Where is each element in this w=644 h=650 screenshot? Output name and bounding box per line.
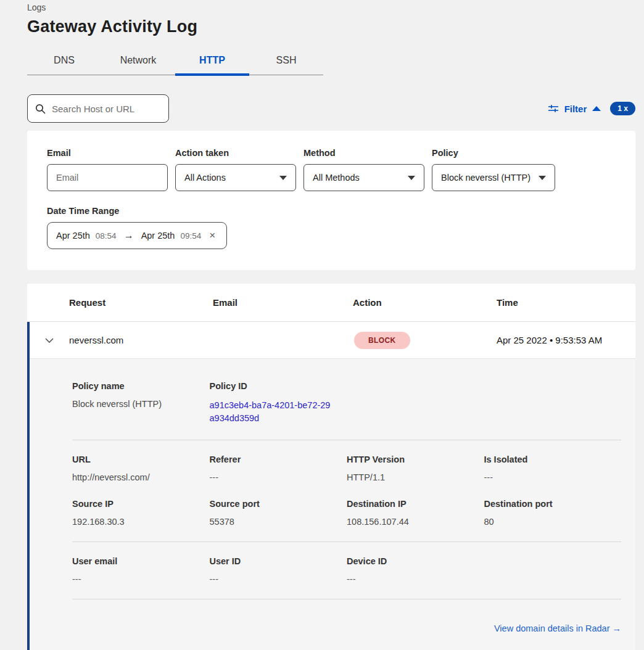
- filter-count-badge[interactable]: 1 x: [610, 102, 635, 115]
- device-id-value: ---: [347, 574, 484, 584]
- filter-field-action-taken: Action taken All Actions: [175, 148, 296, 191]
- http-version-value: HTTP/1.1: [347, 472, 484, 482]
- clear-date-icon[interactable]: ×: [209, 229, 215, 242]
- source-ip-value: 192.168.30.3: [72, 517, 210, 527]
- expanded-row-group: neverssl.com BLOCK Apr 25 2022 • 9:53:53…: [27, 322, 635, 650]
- chevron-down-icon: [279, 176, 287, 180]
- end-date: Apr 25th: [141, 231, 175, 241]
- start-time: 08:54: [96, 231, 117, 241]
- col-action: Action: [353, 297, 497, 308]
- activity-table: Request Email Action Time neverssl.com B…: [27, 284, 635, 650]
- filter-toggle-label[interactable]: Filter: [564, 104, 587, 114]
- search-box[interactable]: [27, 94, 169, 123]
- date-range-label: Date Time Range: [47, 206, 227, 216]
- arrow-right-icon: →: [124, 230, 134, 241]
- chevron-down-icon: [539, 176, 546, 180]
- method-label: Method: [303, 148, 424, 158]
- is-isolated-label: Is Isolated: [484, 455, 622, 464]
- destination-port-label: Destination port: [484, 499, 622, 509]
- policy-id-field: Policy ID a91c3eb4-ba7a-4201-be72-29a934…: [210, 381, 347, 425]
- http-detail-row-2: Source IP 192.168.30.3 Source port 55378…: [72, 499, 621, 527]
- policy-section: Policy name Block neverssl (HTTP) Policy…: [72, 381, 621, 425]
- method-select[interactable]: All Methods: [303, 164, 424, 191]
- row-expander-chevron-icon[interactable]: [44, 337, 54, 344]
- section-divider: [72, 541, 621, 542]
- filter-row-2: Date Time Range Apr 25th 08:54 → Apr 25t…: [47, 206, 616, 249]
- tab-network[interactable]: Network: [101, 49, 175, 75]
- referer-value: ---: [210, 472, 347, 482]
- request-cell[interactable]: neverssl.com: [69, 335, 213, 345]
- destination-port-value: 80: [484, 517, 622, 527]
- filter-controls[interactable]: Filter 1 x: [548, 102, 635, 115]
- empty-cell: [347, 381, 484, 425]
- method-value: All Methods: [313, 173, 360, 183]
- date-range-picker[interactable]: Apr 25th 08:54 → Apr 25th 09:54 ×: [47, 222, 227, 249]
- chevron-up-icon[interactable]: [592, 106, 601, 111]
- policy-name-label: Policy name: [72, 381, 210, 391]
- view-radar-link[interactable]: View domain details in Radar →: [494, 623, 621, 633]
- filter-row-1: Email Action taken All Actions Method Al…: [47, 148, 616, 191]
- policy-name-value: Block neverssl (HTTP): [72, 399, 210, 409]
- user-id-label: User ID: [210, 556, 347, 566]
- user-email-value: ---: [72, 574, 210, 584]
- filter-field-policy: Policy Block neverssl (HTTP): [432, 148, 555, 191]
- filter-sliders-icon: [548, 104, 559, 113]
- time-cell: Apr 25 2022 • 9:53:53 AM: [497, 335, 635, 345]
- is-isolated-value: ---: [484, 472, 622, 482]
- http-version-field: HTTP Version HTTP/1.1: [347, 455, 484, 482]
- referer-label: Referer: [210, 455, 347, 464]
- filter-field-email: Email: [47, 148, 168, 191]
- source-port-label: Source port: [210, 499, 347, 509]
- col-email: Email: [213, 297, 353, 308]
- email-input[interactable]: [47, 164, 168, 191]
- section-divider: [72, 599, 621, 599]
- destination-ip-field: Destination IP 108.156.107.44: [347, 499, 484, 527]
- search-input[interactable]: [52, 104, 161, 114]
- start-date: Apr 25th: [56, 231, 90, 241]
- user-email-label: User email: [72, 556, 210, 566]
- end-time: 09:54: [180, 231, 201, 241]
- filter-field-method: Method All Methods: [303, 148, 424, 191]
- filter-field-date-range: Date Time Range Apr 25th 08:54 → Apr 25t…: [47, 206, 227, 249]
- toolbar: Filter 1 x: [27, 94, 635, 123]
- action-taken-select[interactable]: All Actions: [175, 164, 296, 191]
- destination-ip-label: Destination IP: [347, 499, 484, 509]
- tab-http[interactable]: HTTP: [175, 49, 249, 75]
- col-time: Time: [497, 297, 635, 308]
- tab-ssh[interactable]: SSH: [249, 49, 323, 75]
- policy-select[interactable]: Block neverssl (HTTP): [432, 164, 555, 191]
- device-id-field: Device ID ---: [347, 556, 484, 584]
- is-isolated-field: Is Isolated ---: [484, 455, 622, 482]
- destination-ip-value: 108.156.107.44: [347, 517, 484, 527]
- user-id-value: ---: [210, 574, 347, 584]
- url-field: URL http://neverssl.com/: [72, 455, 210, 482]
- action-taken-label: Action taken: [175, 148, 296, 158]
- source-ip-field: Source IP 192.168.30.3: [72, 499, 210, 527]
- policy-id-link[interactable]: a91c3eb4-ba7a-4201-be72-29a934dd359d: [210, 399, 331, 425]
- action-taken-value: All Actions: [184, 173, 226, 183]
- url-value: http://neverssl.com/: [72, 472, 210, 482]
- block-status-badge: BLOCK: [354, 332, 410, 349]
- user-detail-row: User email --- User ID --- Device ID ---: [72, 556, 621, 584]
- policy-label: Policy: [432, 148, 555, 158]
- radar-link-row: View domain details in Radar →: [72, 614, 621, 650]
- user-email-field: User email ---: [72, 556, 210, 584]
- empty-cell: [484, 381, 622, 425]
- table-row[interactable]: neverssl.com BLOCK Apr 25 2022 • 9:53:53…: [30, 322, 635, 359]
- table-header: Request Email Action Time: [27, 284, 635, 322]
- url-label: URL: [72, 455, 210, 464]
- source-ip-label: Source IP: [72, 499, 210, 509]
- gateway-activity-page: Logs Gateway Activity Log DNS Network HT…: [0, 0, 644, 650]
- source-port-field: Source port 55378: [210, 499, 347, 527]
- section-divider: [72, 440, 621, 440]
- policy-value: Block neverssl (HTTP): [441, 173, 530, 183]
- user-id-field: User ID ---: [210, 556, 347, 584]
- http-version-label: HTTP Version: [347, 455, 484, 464]
- device-id-label: Device ID: [347, 556, 484, 566]
- breadcrumb[interactable]: Logs: [27, 2, 635, 12]
- tab-dns[interactable]: DNS: [27, 49, 101, 75]
- policy-id-label: Policy ID: [210, 381, 347, 391]
- action-cell: BLOCK: [353, 332, 497, 349]
- empty-cell: [484, 556, 622, 584]
- source-port-value: 55378: [210, 517, 347, 527]
